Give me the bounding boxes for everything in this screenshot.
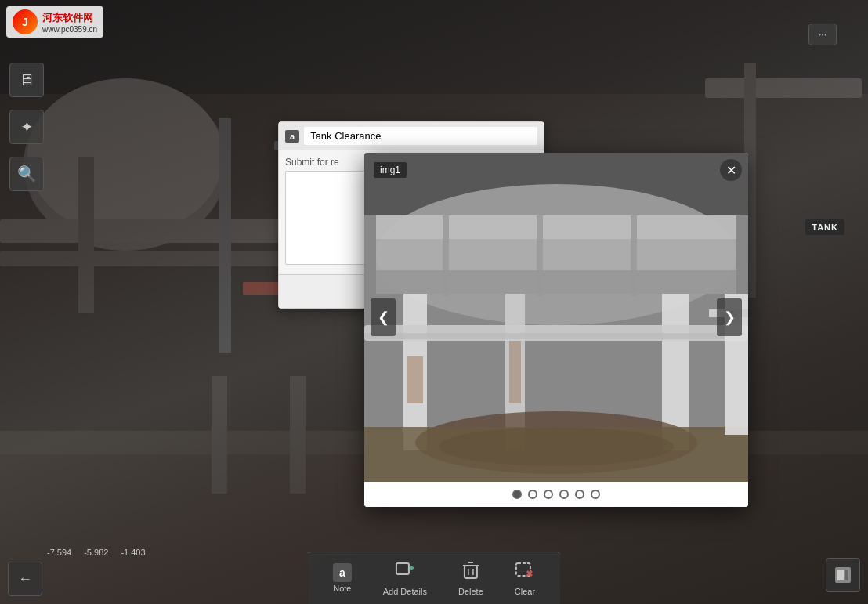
svg-rect-6 — [78, 157, 94, 313]
svg-point-3 — [27, 78, 223, 235]
image-dot-5[interactable] — [591, 490, 600, 499]
delete-button[interactable]: Delete — [446, 557, 496, 599]
search-icon-button[interactable]: 🔍 — [9, 157, 44, 191]
svg-rect-15 — [290, 376, 306, 494]
svg-rect-49 — [837, 570, 844, 580]
modal-close-button[interactable]: ✕ — [720, 159, 742, 181]
layers-icon — [834, 566, 852, 584]
tank-label: TANK — [805, 219, 844, 235]
clear-label: Clear — [515, 587, 535, 596]
image-label: img1 — [374, 162, 407, 178]
top-right-menu-button[interactable]: ··· — [808, 24, 837, 45]
note-icon: a — [333, 563, 352, 582]
watermark-logo: J — [13, 9, 38, 34]
svg-rect-7 — [219, 118, 231, 353]
add-details-button[interactable]: Add Details — [371, 557, 439, 599]
back-button[interactable]: ← — [8, 562, 42, 596]
prev-image-button[interactable]: ❮ — [371, 298, 396, 336]
svg-rect-14 — [212, 376, 227, 494]
watermark-site-name: 河东软件网 — [42, 11, 97, 25]
image-dots-container — [364, 482, 748, 507]
image-modal: ✕ — [364, 153, 748, 507]
svg-rect-21 — [376, 270, 736, 294]
svg-rect-34 — [509, 341, 521, 403]
note-dialog-header: a — [279, 122, 544, 150]
svg-rect-24 — [631, 214, 637, 296]
coordinates-bar: -7.594 -5.982 -1.403 — [47, 548, 146, 557]
coord-x: -7.594 — [47, 548, 71, 557]
svg-rect-23 — [537, 214, 543, 296]
monitor-icon-button[interactable]: 🖥 — [9, 63, 44, 97]
svg-rect-11 — [705, 78, 862, 98]
image-dot-3[interactable] — [559, 490, 569, 499]
note-label: Note — [333, 584, 351, 593]
coord-z: -1.403 — [121, 548, 145, 557]
bottom-toolbar: a Note Add Details Delete — [308, 552, 560, 604]
svg-rect-33 — [407, 356, 423, 403]
next-image-button[interactable]: ❯ — [717, 298, 742, 336]
add-details-label: Add Details — [383, 587, 427, 596]
left-sidebar: 🖥 ✦ 🔍 — [9, 63, 44, 191]
svg-rect-20 — [376, 215, 736, 239]
svg-rect-22 — [443, 214, 449, 296]
image-dot-0[interactable] — [512, 490, 522, 499]
note-icon-a: a — [285, 130, 299, 143]
modal-image-container: img1 ❮ ❯ — [364, 153, 748, 482]
svg-rect-40 — [465, 566, 477, 578]
image-dot-2[interactable] — [544, 490, 553, 499]
image-dot-1[interactable] — [528, 490, 537, 499]
svg-rect-32 — [364, 427, 748, 482]
compass-icon-button[interactable]: ✦ — [9, 110, 44, 144]
clear-icon — [515, 560, 535, 585]
watermark-site-url: www.pc0359.cn — [42, 25, 97, 34]
svg-rect-37 — [396, 563, 409, 574]
coord-y: -5.982 — [84, 548, 108, 557]
delete-label: Delete — [458, 587, 483, 596]
svg-rect-50 — [845, 570, 848, 580]
svg-rect-29 — [364, 333, 748, 339]
note-button[interactable]: a Note — [320, 560, 364, 596]
svg-rect-5 — [0, 251, 298, 266]
note-title-input[interactable] — [304, 127, 537, 145]
modal-image-svg — [364, 153, 748, 482]
layers-button[interactable] — [826, 558, 860, 592]
clear-button[interactable]: Clear — [502, 557, 548, 599]
watermark: J 河东软件网 www.pc0359.cn — [6, 6, 103, 38]
delete-icon — [461, 560, 480, 585]
add-details-icon — [395, 560, 415, 585]
image-dot-4[interactable] — [575, 490, 584, 499]
